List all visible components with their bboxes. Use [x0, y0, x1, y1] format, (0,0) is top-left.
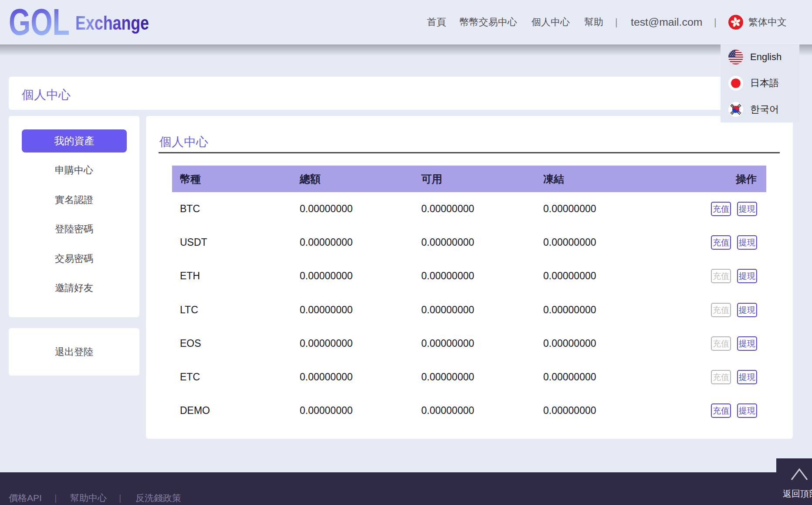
svg-text:Exchange: Exchange	[75, 12, 149, 34]
svg-text:GOL: GOL	[9, 4, 70, 39]
